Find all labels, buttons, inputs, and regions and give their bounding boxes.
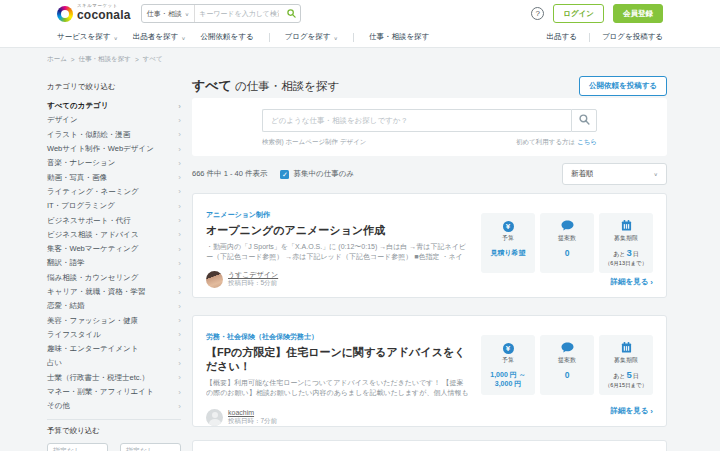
first-time-link[interactable]: こちら [577,138,597,145]
sidebar-category[interactable]: 動画・写真・画像› [47,170,181,184]
nav-item-post-blog[interactable]: ブログを投稿する [602,32,663,42]
deadline-unit: 日 [633,251,639,257]
details-link[interactable]: 詳細を見る› [610,406,653,416]
chevron-right-icon: › [178,288,181,297]
job-search-button[interactable] [571,109,597,132]
sidebar: カテゴリで絞り込む すべてのカテゴリ› デザイン› イラスト・似顔絵・漫画› W… [47,82,181,451]
job-title[interactable]: 【FPの方限定】住宅ローンに関するアドバイスをください！ [206,346,469,374]
help-icon[interactable]: ? [531,7,544,20]
coconala-logo[interactable]: スキルマーケット coconala [57,4,131,22]
breadcrumb-find-jobs[interactable]: 仕事・相談を探す [79,55,131,64]
budget-stat: ¥ 予算 1,000 円 ～ 3,000 円 [481,335,535,395]
budget-from-select[interactable]: 指定なし ∨ [47,443,108,451]
sidebar-category[interactable]: ビジネスサポート・代行› [47,213,181,227]
signup-button[interactable]: 会員登録 [613,4,663,23]
sidebar-category[interactable]: キャリア・就職・資格・学習› [47,285,181,299]
nav-label: 仕事・相談を探す [369,32,429,42]
sidebar-category[interactable]: IT・プログラミング› [47,199,181,213]
nav-item-find-jobs[interactable]: 仕事・相談を探す [369,32,429,42]
sidebar-category[interactable]: 悩み相談・カウンセリング› [47,271,181,285]
job-search-input[interactable] [262,109,571,132]
sidebar-category[interactable]: ライフスタイル› [47,328,181,342]
nav-item-sell[interactable]: 出品する [547,32,577,42]
range-separator: ~ [112,448,116,451]
deadline-days: 3 [626,247,631,258]
nav-item-public-request[interactable]: 公開依頼をする [201,32,254,42]
yen-icon: ¥ [503,343,514,354]
sidebar-category[interactable]: ライティング・ネーミング› [47,185,181,199]
breadcrumb-current: すべて [143,55,163,64]
chevron-right-icon: › [178,102,181,111]
sidebar-category[interactable]: 集客・Webマーケティング› [47,242,181,256]
sidebar-category[interactable]: 趣味・エンターテイメント› [47,342,181,356]
chevron-down-icon: ∨ [181,34,185,40]
job-user-row: うすこデザイン 投稿日時：5分前 [206,270,469,288]
coconala-logo-icon [57,6,73,22]
user-name-link[interactable]: koachim [228,408,277,417]
sidebar-category[interactable]: マネー・副業・アフィリエイト› [47,385,181,399]
nav-item-find-sellers[interactable]: 出品者を探す ∨ [133,32,186,42]
job-category-link[interactable]: 労務・社会保険（社会保険労務士） [206,333,318,340]
chevron-right-icon: › [178,388,181,397]
sort-select[interactable]: 新着順 ∨ [562,163,667,185]
chevron-right-icon: › [178,202,181,211]
header-search-category-dropdown[interactable]: 仕事・相談 ∨ [142,5,195,22]
category-label: Webサイト制作・Webデザイン [47,144,154,154]
budget-value: 見積り希望 [481,248,535,257]
job-card: アニメーション制作 オープニングのアニメーション作成 ・動画内の「J Sport… [192,193,667,298]
avatar[interactable] [206,409,223,426]
sidebar-category-all[interactable]: すべてのカテゴリ› [47,99,181,113]
details-link[interactable]: 詳細を見る› [610,277,653,287]
post-public-request-button[interactable]: 公開依頼を投稿する [579,76,667,96]
category-label: ライフスタイル [47,330,101,340]
login-button[interactable]: ログイン [553,4,604,23]
sidebar-category[interactable]: Webサイト制作・Webデザイン› [47,142,181,156]
first-time-text: 初めて利用する方は [516,138,575,145]
chevron-down-icon: ∨ [185,11,189,17]
header-search-input[interactable] [195,10,283,17]
logo-brand: coconala [77,9,131,22]
header: スキルマーケット coconala 仕事・相談 ∨ ? ログイン 会員登録 [0,0,720,27]
nav-item-find-blogs[interactable]: ブログを探す ∨ [285,32,338,42]
open-jobs-filter-label: 募集中の仕事のみ [293,169,354,179]
page-title-highlight: すべて [192,78,232,93]
category-label: 音楽・ナレーション [47,158,115,168]
job-category-link[interactable]: アニメーション制作 [206,211,270,218]
chevron-right-icon: › [178,173,181,182]
sidebar-category[interactable]: イラスト・似顔絵・漫画› [47,128,181,142]
checkbox-checked-icon[interactable]: ✓ [280,170,289,179]
result-count: 666 件中 1 - 40 件表示 [192,169,267,179]
deadline-value: あと5日 [599,369,653,381]
sidebar-category[interactable]: 翻訳・語学› [47,256,181,270]
chevron-right-icon: › [178,145,181,154]
sidebar-category[interactable]: デザイン› [47,113,181,127]
chevron-right-icon: › [650,278,653,287]
category-label: 恋愛・結婚 [47,301,85,311]
avatar[interactable] [206,271,223,288]
job-title[interactable]: オープニングのアニメーション作成 [206,224,469,238]
category-label: イラスト・似顔絵・漫画 [47,130,130,140]
sidebar-category[interactable]: 恋愛・結婚› [47,299,181,313]
sidebar-category[interactable]: その他› [47,399,181,413]
sidebar-category[interactable]: 音楽・ナレーション› [47,156,181,170]
category-label: 美容・ファッション・健康 [47,316,138,326]
nav-label: 公開依頼をする [201,32,254,42]
budget-to-select[interactable]: 指定なし ∨ [120,443,181,451]
budget-to-value: 指定なし [126,446,154,451]
sidebar-category[interactable]: ビジネス相談・アドバイス› [47,228,181,242]
open-jobs-filter[interactable]: ✓ 募集中の仕事のみ [280,169,354,179]
search-icon [287,6,296,21]
chevron-right-icon: › [178,345,181,354]
sidebar-category[interactable]: 士業（行政書士・税理士etc.）› [47,371,181,385]
user-name-link[interactable]: うすこデザイン [228,270,278,279]
chevron-right-icon: › [178,402,181,411]
page: スキルマーケット coconala 仕事・相談 ∨ ? ログイン 会員登録 サー… [0,0,720,451]
sidebar-category[interactable]: 美容・ファッション・健康› [47,313,181,327]
header-search-button[interactable] [283,5,300,22]
budget-from-value: 指定なし [53,446,81,451]
nav-item-find-services[interactable]: サービスを探す ∨ [57,32,118,42]
calendar-icon [621,217,632,235]
breadcrumb-home[interactable]: ホーム [47,55,67,64]
sidebar-category[interactable]: 占い› [47,356,181,370]
category-label: すべてのカテゴリ [47,101,108,111]
